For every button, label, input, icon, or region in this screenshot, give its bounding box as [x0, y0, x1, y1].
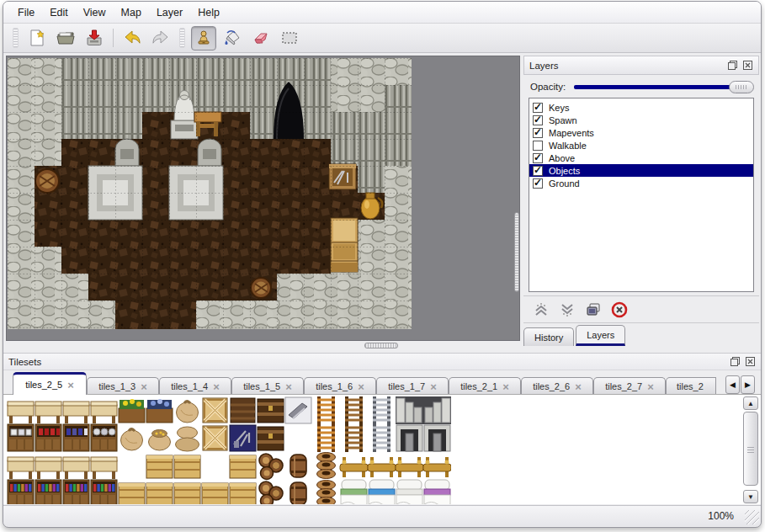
delete-layer-button[interactable] — [608, 300, 630, 320]
tab-scroll-right-button[interactable]: ▶ — [741, 375, 755, 394]
status-bar: 100% — [3, 505, 761, 526]
select-tool-button[interactable] — [277, 26, 302, 51]
close-tab-icon[interactable]: × — [502, 380, 509, 393]
stamp-tool-icon — [194, 28, 214, 48]
undo-button[interactable] — [120, 26, 145, 51]
tab-history[interactable]: History — [523, 327, 574, 346]
close-tab-icon[interactable]: × — [358, 380, 364, 393]
map-horizontal-scroll-lane — [6, 342, 520, 350]
opacity-slider-handle[interactable] — [729, 81, 754, 93]
layers-panel-titlebar: Layers — [523, 56, 759, 75]
tileset-vertical-scrollbar: ▲ ▼ — [743, 396, 758, 503]
opacity-row: Opacity: — [523, 77, 759, 96]
layer-row-spawn[interactable]: ✓ Spawn — [529, 114, 753, 126]
opacity-slider-track — [574, 85, 749, 89]
menu-file[interactable]: File — [10, 3, 42, 22]
menu-view[interactable]: View — [76, 3, 114, 22]
layer-row-ground[interactable]: ✓ Ground — [529, 177, 753, 189]
scrollbar-thumb[interactable] — [743, 412, 758, 486]
layer-checkbox[interactable]: ✓ — [533, 128, 543, 138]
scroll-up-button[interactable]: ▲ — [743, 396, 758, 410]
close-tab-icon[interactable]: × — [575, 380, 582, 393]
float-panel-icon[interactable] — [730, 356, 741, 367]
tileset-content[interactable]: ▲ ▼ — [3, 394, 761, 504]
map-viewport[interactable] — [6, 56, 520, 341]
save-button[interactable] — [82, 26, 107, 51]
stamp-tool-button[interactable] — [191, 26, 216, 51]
menu-help[interactable]: Help — [190, 3, 227, 22]
toolbar-separator — [113, 29, 114, 47]
layer-row-walkable[interactable]: Walkable — [529, 139, 753, 152]
tab-scroll-left-button[interactable]: ◀ — [725, 375, 740, 394]
close-tab-icon[interactable]: × — [141, 380, 147, 393]
layer-row-objects[interactable]: ✓ Objects — [529, 164, 753, 177]
tileset-tab-tiles_1_5[interactable]: tiles_1_5× — [231, 377, 304, 395]
menu-edit[interactable]: Edit — [42, 3, 76, 22]
copy-icon — [585, 301, 602, 318]
scroll-down-button[interactable]: ▼ — [743, 490, 758, 503]
tileset-tab-tiles_1_3[interactable]: tiles_1_3× — [87, 377, 159, 395]
chevron-up-icon — [533, 301, 550, 318]
layer-checkbox[interactable]: ✓ — [533, 153, 543, 163]
tileset-tab-tiles_2_7[interactable]: tiles_2_7× — [593, 377, 666, 395]
tileset-tab-tiles_2_5[interactable]: tiles_2_5× — [13, 372, 87, 395]
layer-row-above[interactable]: ✓ Above — [529, 152, 753, 164]
tileset-tab-tiles_1_7[interactable]: tiles_1_7× — [376, 377, 449, 395]
toolbar-drag-handle[interactable] — [179, 28, 185, 48]
new-file-button[interactable] — [24, 26, 50, 51]
duplicate-layer-button[interactable] — [582, 300, 604, 320]
redo-button[interactable] — [148, 26, 173, 51]
tilesets-panel-title: Tilesets — [8, 357, 41, 367]
fill-bucket-icon — [222, 28, 242, 48]
tileset-tab-tiles_1_6[interactable]: tiles_1_6× — [304, 377, 376, 395]
resize-grip-icon[interactable] — [745, 510, 759, 524]
layer-checkbox[interactable]: ✓ — [533, 166, 543, 176]
rect-select-icon — [279, 28, 300, 48]
toolbar — [3, 24, 761, 53]
tileset-tiles[interactable] — [7, 396, 451, 504]
menu-map[interactable]: Map — [114, 3, 149, 22]
tileset-tab-clipped[interactable]: tiles_2 — [666, 377, 716, 395]
layer-name: Objects — [549, 166, 580, 176]
close-tab-icon[interactable]: × — [285, 380, 292, 393]
float-panel-icon[interactable] — [727, 60, 738, 71]
tab-layers[interactable]: Layers — [576, 325, 625, 346]
eraser-tool-button[interactable] — [248, 26, 274, 51]
tileset-tab-tiles_2_6[interactable]: tiles_2_6× — [521, 377, 593, 395]
close-tab-icon[interactable]: × — [67, 379, 74, 391]
map-canvas[interactable] — [8, 58, 412, 329]
map-vertical-scrollbar[interactable] — [514, 212, 519, 292]
toolbar-drag-handle[interactable] — [13, 28, 19, 48]
open-folder-icon — [56, 28, 76, 48]
layer-checkbox[interactable]: ✓ — [533, 115, 543, 125]
chevron-down-icon — [559, 301, 576, 318]
tileset-tab-tiles_1_4[interactable]: tiles_1_4× — [159, 377, 231, 395]
opacity-slider[interactable] — [574, 80, 754, 93]
close-tab-icon[interactable]: × — [647, 380, 654, 393]
layer-checkbox[interactable] — [533, 141, 543, 151]
layer-name: Spawn — [549, 115, 577, 125]
right-panel-tabs: History Layers — [523, 325, 759, 346]
save-icon — [84, 28, 104, 48]
move-layer-down-button[interactable] — [556, 300, 578, 320]
tileset-tab-tiles_2_1[interactable]: tiles_2_1× — [449, 377, 521, 395]
open-file-button[interactable] — [53, 26, 78, 51]
close-panel-icon[interactable] — [745, 356, 756, 367]
fill-tool-button[interactable] — [220, 26, 245, 51]
close-tab-icon[interactable]: × — [213, 380, 220, 393]
layer-checkbox[interactable]: ✓ — [533, 103, 543, 113]
delete-red-x-icon — [611, 301, 628, 318]
zoom-level: 100% — [708, 510, 734, 522]
close-panel-icon[interactable] — [742, 60, 753, 71]
layer-row-keys[interactable]: ✓ Keys — [529, 101, 753, 114]
move-layer-up-button[interactable] — [530, 300, 552, 320]
menu-layer[interactable]: Layer — [149, 3, 190, 22]
layers-panel-title: Layers — [529, 61, 559, 71]
redo-arrow-icon — [151, 28, 171, 48]
layer-checkbox[interactable]: ✓ — [533, 178, 543, 189]
layer-name: Walkable — [549, 141, 587, 151]
layer-name: Above — [549, 153, 575, 163]
layer-row-mapevents[interactable]: ✓ Mapevents — [529, 126, 753, 139]
map-horizontal-scrollbar[interactable] — [364, 343, 398, 348]
close-tab-icon[interactable]: × — [430, 380, 437, 393]
